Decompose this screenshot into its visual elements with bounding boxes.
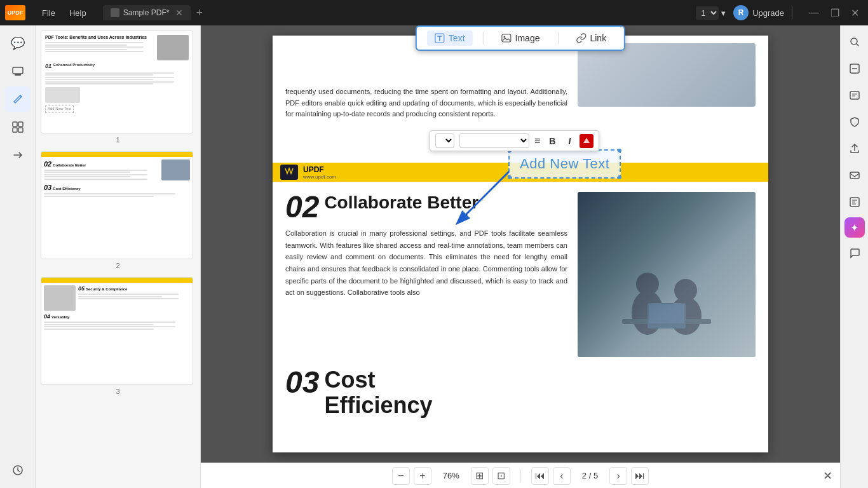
search-icon[interactable] [843,30,866,53]
add-text-area[interactable]: Add New Text [508,149,621,179]
font-family-select[interactable]: Times-Roman [459,133,529,148]
thumbnail-img-1: PDF Tools: Benefits and Uses Across Indu… [41,30,193,133]
svg-rect-8 [502,34,511,42]
main-layout: 💬 PDF Tools: Benefits and Uses Acro [0,25,868,488]
chat-icon[interactable] [843,241,866,264]
add-tab-button[interactable]: + [191,6,208,20]
comment-icon[interactable]: 💬 [5,30,31,56]
pdf-page: frequently used documents, reducing the … [273,36,768,452]
thumbnail-label-2: 2 [41,262,195,269]
menu-file[interactable]: File [36,6,62,20]
menu-items: File Help [36,6,93,20]
pdf-section-02-image [578,192,756,357]
thumbnail-label-3: 3 [41,388,195,395]
top-right: 12345 ▾ R Upgrade — ❐ ✕ [696,5,863,20]
bold-button[interactable]: B [545,135,559,147]
zoom-out-button[interactable]: − [392,467,410,485]
svg-rect-3 [18,122,23,126]
updf-logo-icon [280,165,298,180]
thumbnail-2[interactable]: 02 Collaborate Better 03 Cost Efficiency [41,151,195,269]
app-logo-box: UPDF [5,5,25,20]
page-navigation: 12345 ▾ [696,6,726,20]
thumbnail-1[interactable]: PDF Tools: Benefits and Uses Across Indu… [41,30,195,144]
user-avatar: R [733,5,749,20]
fit-width-button[interactable]: ⊞ [471,467,489,485]
form-icon[interactable] [843,191,866,214]
svg-point-9 [503,36,505,38]
scan-icon[interactable] [843,57,866,80]
pdf-intro-text: frequently used documents, reducing the … [285,81,567,125]
ocr-icon[interactable] [843,84,866,107]
section-03-title: CostEfficiency [324,367,432,417]
section-02-number: 02 [285,192,319,222]
pdf-section-03: 03 CostEfficiency [273,367,768,428]
image-tool-label: Image [515,33,540,43]
text-tool-button[interactable]: Text [427,30,473,46]
tab-icon [111,8,119,17]
organize-icon[interactable] [5,114,31,140]
thumbnail-img-2: 02 Collaborate Better 03 Cost Efficiency [41,151,193,259]
convert-icon[interactable] [5,142,31,168]
last-page-button[interactable]: ⏭ [631,467,649,485]
italic-button[interactable]: I [564,135,574,147]
color-picker-button[interactable] [580,134,593,148]
first-page-button[interactable]: ⏮ [531,467,549,485]
align-button[interactable]: ≡ [534,135,540,147]
thumb1-section-num: 01 [45,63,51,71]
thumb1-section-title: Enhanced Productivity [53,63,95,71]
zoom-in-button[interactable]: + [414,467,431,485]
mail-icon[interactable] [843,164,866,187]
bottom-bar: − + 76% ⊞ ⊡ ⏮ ‹ 2 / 5 › ⏭ ✕ [201,463,840,488]
tab-label: Sample PDF* [123,8,170,17]
section-03-number: 03 [285,367,319,398]
image-tool-icon [501,33,512,43]
minimize-button[interactable]: — [805,6,823,20]
upgrade-button[interactable]: R Upgrade [733,5,784,20]
image-tool-button[interactable]: Image [494,30,548,46]
bottom-sidebar-icon[interactable] [5,458,31,483]
top-bar: UPDF File Help Sample PDF* ✕ + 12345 ▾ R… [0,0,868,25]
tab-sample-pdf[interactable]: Sample PDF* ✕ [103,5,191,20]
maximize-button[interactable]: ❐ [827,6,843,20]
collaboration-image [578,192,756,357]
upgrade-label: Upgrade [752,8,784,18]
edit-toolbar: Text Image Link [416,25,625,51]
tab-close-button[interactable]: ✕ [175,8,183,18]
thumbnail-3[interactable]: 05 Security & Compliance 04 Versatility [41,277,195,395]
bottom-separator [520,470,521,482]
text-tool-label: Text [449,33,465,43]
pdf-container[interactable]: Add New Text frequently used documents, … [201,25,840,463]
menu-help[interactable]: Help [63,6,93,20]
toolbar-separator-1 [483,32,484,44]
page-selector[interactable]: 12345 [696,6,719,20]
prev-page-button[interactable]: ‹ [553,467,571,485]
stamp-icon[interactable] [5,58,31,84]
link-tool-button[interactable]: Link [568,30,614,46]
share-icon[interactable] [843,137,866,160]
page-number-display: 2 / 5 [574,471,606,480]
window-close-button[interactable]: ✕ [847,6,863,20]
font-size-select[interactable]: 24 [435,133,454,148]
content-area: Text Image Link 24 Times-Roman ≡ B I [201,25,840,488]
edit-text-icon[interactable] [5,86,31,112]
svg-rect-20 [850,172,859,179]
section-02-title: Collaborate Better [324,192,478,214]
updf-logo-text: UPDF [303,165,336,174]
zoom-level-display: 76% [435,471,467,480]
tab-bar: Sample PDF* ✕ + [103,5,691,20]
ai-icon[interactable]: ✦ [844,217,865,238]
color-picker-icon [582,137,591,146]
svg-point-13 [674,279,697,302]
fit-page-button[interactable]: ⊡ [492,467,510,485]
svg-point-11 [636,273,659,295]
close-bottom-bar-button[interactable]: ✕ [823,469,832,483]
updf-logo: UPDF www.updf.com [280,165,336,180]
svg-rect-1 [15,74,21,76]
page-nav-arrow: ▾ [721,8,726,18]
protect-icon[interactable] [843,111,866,133]
next-page-button[interactable]: › [609,467,627,485]
resize-handle-bl[interactable] [508,175,512,179]
svg-rect-4 [13,128,17,132]
svg-rect-0 [13,67,23,74]
thumb1-title: PDF Tools: Benefits and Uses Across Indu… [45,35,154,40]
